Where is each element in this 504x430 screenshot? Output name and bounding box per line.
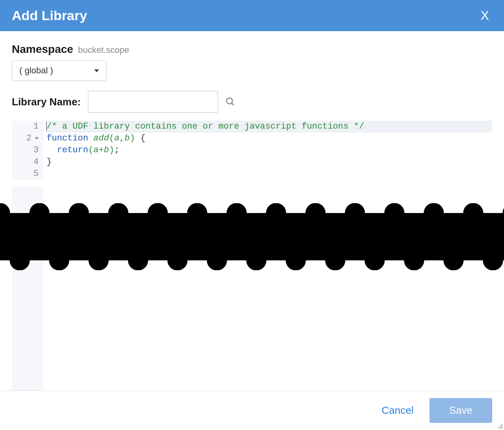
code-content[interactable]: /* a UDF library contains one or more ja… — [43, 121, 492, 180]
code-line — [47, 168, 492, 180]
svg-line-1 — [231, 103, 233, 105]
cancel-button[interactable]: Cancel — [382, 404, 414, 417]
code-editor[interactable]: 1 2 3 4 5 /* a UDF library contains one … — [12, 121, 492, 180]
line-number: 5 — [20, 168, 39, 180]
svg-line-4 — [502, 428, 503, 429]
search-icon[interactable] — [225, 97, 235, 107]
library-name-field: Library Name: — [12, 91, 492, 113]
svg-point-0 — [226, 98, 232, 104]
code-line: function add(a,b) { — [47, 133, 492, 144]
code-line: return(a+b); — [47, 144, 492, 156]
namespace-dropdown[interactable]: ( global ) — [12, 60, 106, 81]
namespace-selected-value: ( global ) — [19, 65, 53, 76]
library-name-input[interactable] — [88, 91, 218, 113]
code-line: } — [47, 156, 492, 168]
dialog-footer: Cancel Save — [0, 391, 504, 430]
line-number: 2 — [20, 133, 39, 144]
dialog-body: Namespace bucket.scope ( global ) Librar… — [0, 31, 504, 180]
namespace-hint: bucket.scope — [78, 45, 129, 55]
close-button[interactable]: X — [478, 8, 492, 23]
dialog-title: Add Library — [12, 8, 87, 23]
line-number: 1 — [20, 121, 39, 133]
close-icon: X — [481, 8, 489, 22]
torn-edge-decoration — [0, 213, 504, 260]
resize-handle[interactable] — [496, 422, 503, 429]
editor-gutter: 1 2 3 4 5 — [12, 121, 43, 180]
dialog-header: Add Library X — [0, 0, 504, 31]
namespace-label: Namespace — [12, 43, 73, 56]
line-number: 3 — [20, 144, 39, 156]
library-name-label: Library Name: — [12, 96, 81, 108]
code-line: /* a UDF library contains one or more ja… — [47, 121, 492, 133]
save-button[interactable]: Save — [429, 398, 492, 423]
fold-icon[interactable] — [35, 137, 39, 140]
namespace-field: Namespace bucket.scope ( global ) — [12, 43, 492, 81]
line-number: 4 — [20, 156, 39, 168]
chevron-down-icon — [94, 69, 99, 72]
